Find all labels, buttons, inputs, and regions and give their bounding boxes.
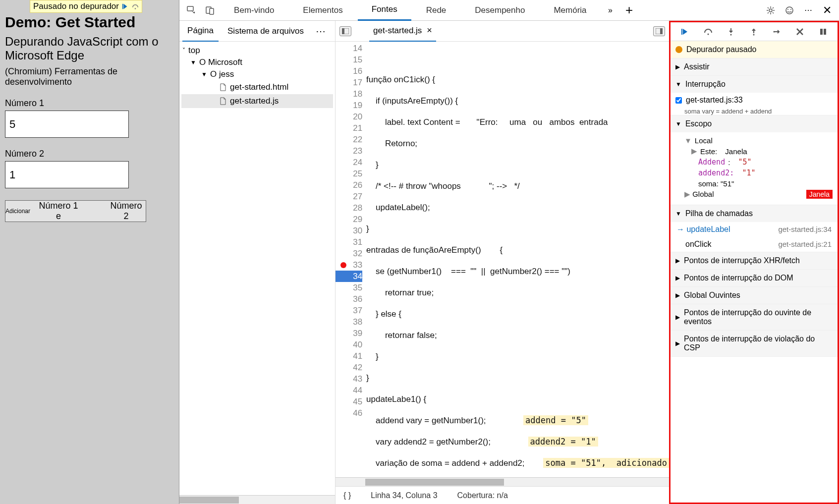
section-global-listeners[interactable]: ▶Global Ouvintes: [671, 287, 838, 304]
code-editor[interactable]: 1415161718192021222324252627282930313233…: [336, 42, 669, 477]
section-scope[interactable]: ▼Escopo: [671, 115, 838, 132]
step-into-button[interactable]: [724, 24, 738, 39]
step-over-icon[interactable]: [132, 3, 139, 10]
svg-point-14: [707, 33, 709, 35]
callstack-frame-1-fn: onClick: [676, 240, 711, 249]
section-xhr-bp[interactable]: ▶Pontos de interrupção XHR/fetch: [671, 252, 838, 269]
editor-scrollbar[interactable]: [336, 477, 669, 486]
more-tabs-icon[interactable]: »: [602, 1, 619, 19]
section-dom-label: Pontos de interrupção do DOM: [684, 274, 793, 282]
section-callstack[interactable]: ▼Pilha de chamadas: [671, 205, 838, 222]
callstack-frame-0-loc: get-started.js:34: [778, 225, 832, 234]
tree-file-js-label: get-started.js: [230, 96, 279, 106]
deactivate-bp-button[interactable]: [792, 24, 807, 39]
scope-global[interactable]: ▶ GlobalJanela: [684, 189, 833, 200]
paused-overlay-text: Pausado no depurador: [33, 1, 119, 11]
devtools-top-tabs: Bem-vindo Elementos Fontes Rede Desempen…: [179, 0, 839, 21]
tree-file-js[interactable]: get-started.js: [181, 94, 333, 108]
section-callstack-label: Pilha de chamadas: [685, 209, 753, 218]
svg-rect-10: [342, 28, 344, 34]
tree-folder[interactable]: ▼O jess: [181, 68, 333, 80]
scope-local[interactable]: ▼Local: [684, 135, 833, 146]
section-csp-bp[interactable]: ▶Pontos de interrupção de violação do CS…: [671, 331, 838, 356]
tree-domain[interactable]: ▼O Microsoft: [181, 56, 333, 68]
breakpoint-item[interactable]: get-started.js:33: [671, 93, 838, 108]
step-over-button[interactable]: [701, 24, 716, 39]
toggle-debugger-icon[interactable]: [653, 26, 665, 36]
more-icon[interactable]: ⋯: [799, 1, 817, 19]
inline-value-addend2: addend2 = "1": [528, 437, 598, 447]
tree-folder-label: O jess: [210, 69, 234, 79]
svg-point-7: [787, 9, 788, 10]
tab-memory[interactable]: Memória: [540, 0, 600, 21]
step-button[interactable]: [770, 24, 784, 39]
device-icon[interactable]: [201, 1, 219, 19]
add-button-mid: Número 1 e: [35, 201, 82, 222]
cursor-position: Linha 34, Coluna 3: [371, 491, 437, 500]
section-event-bp-label: Pontos de interrupção do ouvinte de even…: [684, 308, 833, 326]
scope-var-soma: soma: "51": [684, 178, 833, 189]
svg-rect-2: [187, 6, 193, 11]
tab-elements[interactable]: Elementos: [289, 0, 356, 21]
svg-point-8: [790, 9, 791, 10]
section-listeners-label: Global Ouvintes: [684, 291, 740, 300]
tab-sources[interactable]: Fontes: [358, 0, 411, 21]
scope-var-addend2: addend2: "1": [684, 168, 833, 178]
coverage-label: Cobertura: n/a: [457, 491, 508, 500]
file-icon: [219, 97, 227, 105]
settings-icon[interactable]: [762, 1, 780, 19]
tab-network[interactable]: Rede: [412, 0, 460, 21]
close-icon[interactable]: ✕: [818, 1, 836, 19]
breakpoint-location: get-started.js:33: [686, 96, 743, 105]
section-breakpoints[interactable]: ▼Interrupção: [671, 76, 838, 93]
svg-point-1: [135, 8, 136, 9]
svg-point-15: [730, 34, 732, 35]
add-button[interactable]: Adicionar Número 1 e Número 2: [5, 200, 146, 222]
step-out-button[interactable]: [746, 24, 761, 39]
tree-file-html[interactable]: get-started.html: [181, 80, 333, 94]
page-title: Demo: Get Started: [5, 14, 174, 31]
line-gutter[interactable]: 1415161718192021222324252627282930313233…: [336, 42, 366, 477]
tab-performance[interactable]: Desempenho: [461, 0, 539, 21]
svg-rect-18: [820, 29, 823, 35]
svg-rect-0: [122, 4, 123, 9]
resume-button[interactable]: [677, 24, 692, 39]
callstack-frame-0[interactable]: → updateLabelget-started.js:34: [671, 222, 838, 237]
section-watch[interactable]: ▶Assistir: [671, 58, 838, 75]
svg-point-16: [753, 34, 755, 35]
inspect-icon[interactable]: [182, 1, 200, 19]
nav-more-icon[interactable]: ⋯: [313, 25, 329, 37]
editor-tab[interactable]: get-started.js ×: [369, 21, 436, 42]
scope-global-label: Global: [692, 190, 714, 198]
toggle-navigator-icon[interactable]: [339, 26, 351, 36]
breakpoint-checkbox[interactable]: [675, 97, 682, 104]
section-event-bp[interactable]: ▶Pontos de interrupção do ouvinte de eve…: [671, 304, 838, 330]
section-breakpoints-label: Interrupção: [685, 80, 726, 89]
svg-rect-19: [824, 29, 826, 35]
editor-tab-close-icon[interactable]: ×: [427, 25, 432, 36]
page-subtitle-1: Depurando JavaScript com o Microsoft Edg…: [5, 35, 174, 62]
braces-icon[interactable]: { }: [343, 491, 351, 500]
tree-domain-label: O Microsoft: [199, 57, 242, 67]
num1-input[interactable]: [5, 111, 129, 138]
tab-welcome[interactable]: Bem-vindo: [220, 0, 288, 21]
callstack-frame-1[interactable]: onClickget-started.js:21: [671, 237, 838, 252]
scope-global-badge: Janela: [806, 190, 833, 199]
status-dot-icon: [675, 46, 682, 53]
feedback-icon[interactable]: [781, 1, 798, 19]
scope-this[interactable]: ▶Este: Janela: [684, 146, 833, 157]
section-dom-bp[interactable]: ▶Pontos de interrupção do DOM: [671, 270, 838, 286]
editor-pane: get-started.js × 14151617181920212223242…: [336, 21, 671, 504]
num2-input[interactable]: [5, 161, 129, 188]
pause-exceptions-button[interactable]: [816, 24, 831, 39]
add-button-prefix: Adicionar: [5, 208, 30, 215]
num2-label: Número 2: [5, 149, 174, 159]
svg-rect-13: [681, 29, 682, 35]
tree-top[interactable]: ˅top: [181, 45, 333, 56]
add-tab-icon[interactable]: +: [620, 1, 638, 19]
svg-point-5: [769, 9, 772, 12]
nav-tab-page[interactable]: Página: [182, 21, 219, 42]
nav-scrollbar[interactable]: [179, 495, 335, 504]
resume-icon[interactable]: [122, 3, 129, 10]
nav-tab-filesystem[interactable]: Sistema de arquivos: [223, 21, 309, 42]
